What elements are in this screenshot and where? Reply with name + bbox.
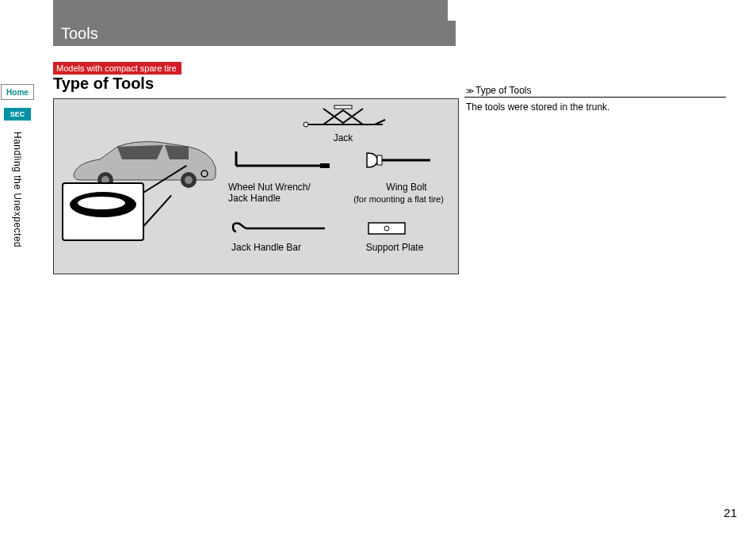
wrench-label: Wheel Nut Wrench/ Jack Handle xyxy=(228,182,331,204)
section-title: Type of Tools xyxy=(53,75,154,93)
svg-rect-15 xyxy=(368,223,405,234)
model-badge: Models with compact spare tire xyxy=(53,62,181,75)
trunk-inset xyxy=(62,182,144,241)
sec-button[interactable]: SEC xyxy=(4,108,31,121)
home-button[interactable]: Home xyxy=(1,84,34,100)
notes-body: The tools were stored in the trunk. xyxy=(464,98,726,117)
svg-point-3 xyxy=(185,176,193,184)
chapter-label: Handling the Unexpected xyxy=(12,132,23,247)
page-header: Tools xyxy=(53,21,456,46)
wing-bolt-sublabel: (for mounting a flat tire) xyxy=(335,194,462,204)
svg-rect-6 xyxy=(334,105,352,109)
svg-rect-13 xyxy=(377,155,382,165)
header-spacer xyxy=(53,0,448,21)
svg-rect-11 xyxy=(320,163,330,168)
tools-diagram: Jack Wheel Nut Wrench/ Jack Handle Wing … xyxy=(53,98,459,274)
support-plate-label: Support Plate xyxy=(355,242,434,253)
wrench-icon xyxy=(228,148,331,174)
wing-bolt-label: Wing Bolt xyxy=(355,182,458,193)
jack-handle-bar-icon xyxy=(231,216,326,243)
jack-handle-bar-label: Jack Handle Bar xyxy=(231,242,326,253)
header-title: Tools xyxy=(61,25,98,43)
sidebar-notes: Type of Tools The tools were stored in t… xyxy=(464,85,726,117)
support-plate-icon xyxy=(367,216,407,243)
sidebar: Home SEC Handling the Unexpected xyxy=(0,84,35,247)
jack-label: Jack xyxy=(323,132,363,144)
wing-bolt-icon xyxy=(363,148,434,174)
jack-icon xyxy=(300,104,387,130)
page-number: 21 xyxy=(724,506,737,519)
notes-heading: Type of Tools xyxy=(464,85,726,98)
svg-point-7 xyxy=(304,122,308,127)
